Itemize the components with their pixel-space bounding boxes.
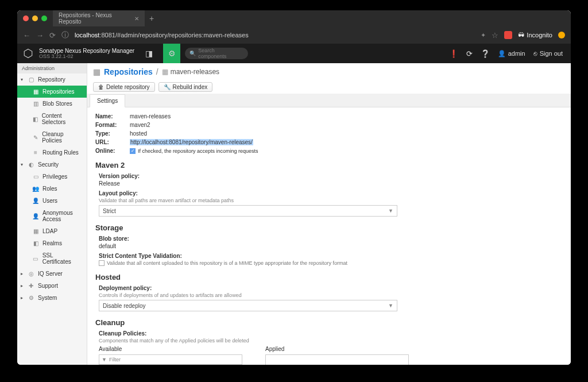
- alert-icon[interactable]: ❗: [449, 49, 458, 58]
- sidebar-item-content-selectors[interactable]: ◧Content Selectors: [17, 110, 87, 128]
- format-value: maven2: [130, 122, 563, 128]
- url-value[interactable]: http://localhost:8081/repository/maven-r…: [130, 139, 563, 145]
- refresh-icon[interactable]: ⟳: [466, 49, 473, 58]
- toolbar: 🗑 Delete repository 🔧 Rebuild index: [87, 80, 571, 94]
- tabs: Settings: [87, 94, 571, 107]
- name-value: maven-releases: [130, 113, 563, 119]
- app-title: Sonatype Nexus Repository Manager OSS 3.…: [39, 48, 134, 60]
- tab-settings[interactable]: Settings: [90, 94, 125, 107]
- gear-icon: ⚙: [168, 49, 176, 58]
- minimize-window[interactable]: [32, 16, 38, 21]
- url-display[interactable]: localhost:8081/#admin/repository/reposit…: [75, 32, 249, 38]
- online-checkbox[interactable]: ✓: [130, 148, 136, 154]
- reload-icon[interactable]: ⟳: [49, 31, 56, 40]
- deployment-policy-hint: Controls if deployments of and updates t…: [95, 292, 563, 298]
- chevron-down-icon: ▼: [388, 208, 393, 214]
- sidebar-item-roles[interactable]: 👥Roles: [17, 183, 87, 195]
- delete-repository-button[interactable]: 🗑 Delete repository: [93, 82, 155, 92]
- bookmark-icon[interactable]: ☆: [492, 31, 498, 40]
- help-icon[interactable]: ❔: [481, 49, 490, 58]
- filter-placeholder: Filter: [109, 357, 121, 362]
- sidebar-group-iq-server[interactable]: ▸◎IQ Server: [17, 268, 87, 280]
- user-label: admin: [508, 50, 525, 57]
- layout-value: Strict: [103, 208, 116, 214]
- profile-avatar[interactable]: [558, 32, 565, 38]
- tab-title: Repositories - Nexus Reposito: [59, 12, 131, 25]
- deployment-policy-select[interactable]: Disable redeploy ▼: [99, 300, 397, 311]
- sidebar-item-blob-stores[interactable]: ▥Blob Stores: [17, 98, 87, 110]
- version-policy-label: Version policy:: [95, 173, 563, 179]
- available-column: Available ▼ Filter: [99, 346, 242, 365]
- app-version: OSS 3.22.1-02: [39, 54, 134, 60]
- app-title-text: Sonatype Nexus Repository Manager: [39, 48, 134, 54]
- sidebar-item-cleanup-policies[interactable]: ✎Cleanup Policies: [17, 128, 87, 146]
- trash-icon: 🗑: [98, 84, 104, 90]
- content-area: ▦ Repositories / ▦ maven-releases 🗑 Dele…: [87, 63, 571, 365]
- signout-button[interactable]: ⎋ Sign out: [533, 50, 563, 57]
- user-menu[interactable]: 👤 admin: [498, 50, 525, 57]
- strict-validation-row: Validate that all content uploaded to th…: [95, 260, 563, 266]
- sidebar-group-security[interactable]: ▾◐Security: [17, 159, 87, 171]
- repo-icon: ▦: [162, 68, 168, 76]
- breadcrumb: ▦ Repositories / ▦ maven-releases: [87, 63, 571, 80]
- blob-store-label: Blob store:: [95, 236, 563, 242]
- site-info-icon[interactable]: ⓘ: [61, 30, 69, 40]
- online-hint: If checked, the repository accepts incom…: [138, 148, 258, 154]
- wrench-icon: 🔧: [164, 84, 171, 90]
- forward-icon[interactable]: →: [36, 31, 44, 40]
- sidebar-group-system[interactable]: ▸⚙System: [17, 292, 87, 304]
- search-icon: 🔍: [189, 51, 196, 56]
- sidebar-item-routing-rules[interactable]: ≡Routing Rules: [17, 146, 87, 159]
- sidebar-item-repositories[interactable]: ▦Repositories: [17, 86, 87, 98]
- close-window[interactable]: [23, 16, 29, 21]
- format-label: Format:: [95, 122, 130, 128]
- rebuild-index-button[interactable]: 🔧 Rebuild index: [158, 82, 213, 92]
- deployment-value: Disable redeploy: [103, 303, 146, 309]
- browser-url-bar: ← → ⟳ ⓘ localhost:8081/#admin/repository…: [17, 26, 571, 44]
- sidebar-item-users[interactable]: 👤Users: [17, 195, 87, 207]
- sidebar: Administration ▾▢Repository▦Repositories…: [17, 63, 87, 365]
- sidebar-item-realms[interactable]: ◧Realms: [17, 237, 87, 249]
- strict-validation-hint: Validate that all content uploaded to th…: [107, 260, 347, 266]
- cleanup-heading: Cleanup: [95, 318, 563, 327]
- search-input[interactable]: 🔍 Search components: [185, 48, 248, 59]
- repositories-icon: ▦: [93, 67, 100, 76]
- signout-label: Sign out: [540, 50, 563, 57]
- sidebar-section-admin: Administration: [17, 63, 87, 74]
- filter-input[interactable]: ▼ Filter: [99, 354, 242, 365]
- new-tab-button[interactable]: +: [149, 14, 154, 23]
- sidebar-item-anonymous-access[interactable]: 👤Anonymous Access: [17, 207, 87, 225]
- close-tab-icon[interactable]: ✕: [134, 16, 139, 22]
- strict-validation-checkbox[interactable]: [99, 260, 105, 266]
- sidebar-item-privileges[interactable]: ▭Privileges: [17, 171, 87, 183]
- strict-validation-label: Strict Content Type Validation:: [95, 253, 563, 259]
- sidebar-group-support[interactable]: ▸✚Support: [17, 280, 87, 292]
- breadcrumb-primary[interactable]: Repositories: [104, 67, 153, 76]
- layout-policy-select[interactable]: Strict ▼: [99, 205, 397, 217]
- cleanup-hint: Components that match any of the Applied…: [95, 338, 563, 344]
- layout-hint: Validate that all paths are maven artifa…: [95, 198, 563, 203]
- svg-marker-0: [24, 49, 32, 58]
- applied-list[interactable]: [265, 354, 409, 365]
- browser-tab[interactable]: Repositories - Nexus Reposito ✕: [53, 10, 145, 28]
- back-icon[interactable]: ←: [23, 31, 30, 40]
- hosted-heading: Hosted: [95, 273, 563, 281]
- user-icon: 👤: [498, 50, 506, 57]
- rebuild-label: Rebuild index: [173, 84, 208, 90]
- maximize-window[interactable]: [41, 16, 47, 21]
- type-value: hosted: [130, 130, 563, 137]
- admin-mode-button[interactable]: ⚙: [163, 44, 180, 63]
- browse-mode-button[interactable]: ◨: [140, 44, 157, 63]
- delete-label: Delete repository: [106, 84, 150, 90]
- incognito-indicator: 🕶 Incognito: [518, 32, 552, 38]
- sidebar-item-ssl-certificates[interactable]: ▭SSL Certificates: [17, 249, 87, 268]
- sidebar-group-repository[interactable]: ▾▢Repository: [17, 74, 87, 86]
- extension-badge[interactable]: [504, 31, 512, 39]
- maven2-heading: Maven 2: [95, 161, 563, 169]
- extensions-icon[interactable]: ✦: [481, 32, 486, 39]
- deployment-policy-label: Deployment policy:: [95, 285, 563, 291]
- details-grid: Name: maven-releases Format: maven2 Type…: [95, 113, 563, 154]
- signout-icon: ⎋: [533, 50, 537, 57]
- applied-label: Applied: [265, 346, 409, 352]
- sidebar-item-ldap[interactable]: ▦LDAP: [17, 225, 87, 237]
